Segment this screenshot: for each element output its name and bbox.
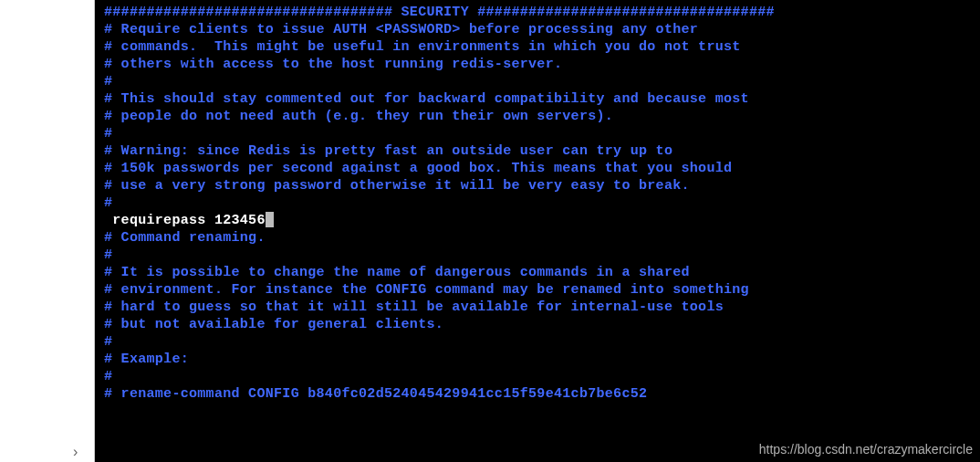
terminal-viewport[interactable]: ################################## SECUR… (94, 0, 980, 462)
comment-line: # use a very strong password otherwise i… (104, 177, 971, 194)
comment-line: # (104, 368, 971, 385)
comment-line: # (104, 125, 971, 142)
comment-line: ################################## SECUR… (104, 4, 971, 21)
comment-line: # people do not need auth (e.g. they run… (104, 108, 971, 125)
comment-line: # environment. For instance the CONFIG c… (104, 281, 971, 299)
comment-line: # (104, 73, 971, 90)
comment-line: # Warning: since Redis is pretty fast an… (104, 142, 971, 160)
chevron-right-icon: › (73, 444, 78, 460)
config-directive-line: requirepass 123456 (104, 212, 971, 229)
comment-line: # rename-command CONFIG b840fc02d5240454… (104, 385, 971, 403)
comment-line: # (104, 333, 971, 351)
comment-line: # Require clients to issue AUTH <PASSWOR… (104, 21, 971, 38)
comment-line: # It is possible to change the name of d… (104, 264, 971, 281)
comment-line: # but not available for general clients. (104, 316, 971, 333)
comment-line: # others with access to the host running… (104, 56, 971, 73)
comment-line: # 150k passwords per second against a go… (104, 160, 971, 177)
comment-line: # commands. This might be useful in envi… (104, 38, 971, 56)
text-cursor (266, 212, 274, 227)
comment-line: # (104, 247, 971, 264)
left-gutter: › (0, 0, 94, 462)
comment-line: # Command renaming. (104, 229, 971, 247)
comment-line: # This should stay commented out for bac… (104, 90, 971, 108)
comment-line: # Example: (104, 351, 971, 368)
comment-line: # hard to guess so that it will still be… (104, 299, 971, 316)
watermark-text: https://blog.csdn.net/crazymakercircle (759, 442, 973, 457)
comment-line: # (104, 194, 971, 212)
